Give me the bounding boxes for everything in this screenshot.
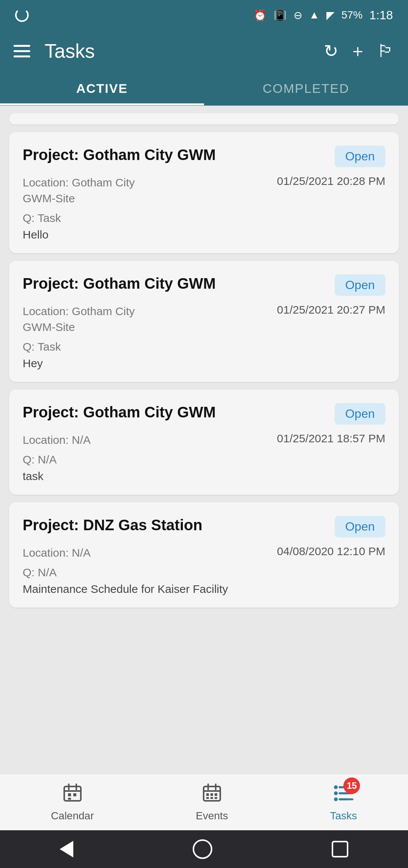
map-button[interactable]: 🏳 xyxy=(377,41,394,61)
tasks-badge: 15 xyxy=(343,777,360,794)
battery-indicator: 57% xyxy=(342,9,363,21)
nav-item-tasks[interactable]: 15 Tasks xyxy=(330,783,357,822)
calendar-icon xyxy=(63,783,82,807)
svg-point-20 xyxy=(334,791,338,795)
status-bar: ⏰ 📳 ⊖ ▲ ◤ 57% 1:18 xyxy=(0,0,408,30)
task-meta: Location: Gotham City GWM-Site 01/25/202… xyxy=(23,175,385,206)
task-queue: Q: Task xyxy=(23,212,385,225)
svg-rect-12 xyxy=(210,793,213,796)
task-date: 04/08/2020 12:10 PM xyxy=(277,545,385,558)
svg-point-23 xyxy=(334,797,338,801)
svg-rect-5 xyxy=(73,793,76,796)
task-description: Hello xyxy=(23,228,385,241)
task-date: 01/25/2021 18:57 PM xyxy=(277,432,385,445)
task-description: Hey xyxy=(23,357,385,370)
task-card[interactable]: Project: DNZ Gas Station Open Location: … xyxy=(9,502,399,608)
svg-rect-14 xyxy=(206,797,209,799)
nav-item-events[interactable]: Events xyxy=(196,783,228,822)
svg-rect-4 xyxy=(68,793,71,796)
svg-rect-0 xyxy=(64,786,81,801)
task-card[interactable]: Project: Gotham City GWM Open Location: … xyxy=(9,132,399,253)
signal-icon xyxy=(15,8,29,22)
tasks-icon: 15 xyxy=(332,783,355,807)
calendar-label: Calendar xyxy=(51,810,94,822)
task-header: Project: Gotham City GWM Open xyxy=(23,403,385,425)
signal-strength-icon: ◤ xyxy=(326,9,335,22)
app-title: Tasks xyxy=(45,40,313,62)
nav-item-calendar[interactable]: Calendar xyxy=(51,783,94,822)
task-title: Project: Gotham City GWM xyxy=(23,274,327,292)
recents-button[interactable] xyxy=(332,841,348,857)
task-card[interactable]: Project: Gotham City GWM Open Location: … xyxy=(9,389,399,495)
tasks-label: Tasks xyxy=(330,810,357,822)
tasks-list: Project: Gotham City GWM Open Location: … xyxy=(0,106,408,774)
tab-completed[interactable]: COMPLETED xyxy=(204,72,408,105)
status-time: 1:18 xyxy=(369,8,393,22)
open-badge[interactable]: Open xyxy=(335,403,385,425)
task-date: 01/25/2021 20:28 PM xyxy=(277,175,385,188)
events-icon xyxy=(202,783,222,807)
task-location: Location: N/A xyxy=(23,545,91,561)
task-header: Project: DNZ Gas Station Open xyxy=(23,516,385,537)
alarm-icon: ⏰ xyxy=(253,9,267,22)
task-location: Location: Gotham City GWM-Site xyxy=(23,303,144,335)
task-meta: Location: Gotham City GWM-Site 01/25/202… xyxy=(23,303,385,335)
open-badge[interactable]: Open xyxy=(335,274,385,296)
status-right: ⏰ 📳 ⊖ ▲ ◤ 57% 1:18 xyxy=(253,8,393,22)
task-header: Project: Gotham City GWM Open xyxy=(23,274,385,296)
task-location: Location: N/A xyxy=(23,432,91,448)
bottom-nav: Calendar Events xyxy=(0,774,408,830)
refresh-button[interactable]: ↻ xyxy=(324,41,338,61)
back-button[interactable] xyxy=(60,841,73,857)
task-title: Project: DNZ Gas Station xyxy=(23,516,327,534)
task-meta: Location: N/A 04/08/2020 12:10 PM xyxy=(23,545,385,561)
task-location: Location: Gotham City GWM-Site xyxy=(23,175,144,206)
system-nav xyxy=(0,830,408,868)
wifi-icon: ▲ xyxy=(309,9,320,21)
menu-button[interactable] xyxy=(14,45,30,57)
task-queue: Q: N/A xyxy=(23,566,385,579)
task-title: Project: Gotham City GWM xyxy=(23,146,327,164)
task-queue: Q: Task xyxy=(23,340,385,353)
events-label: Events xyxy=(196,810,228,822)
task-card[interactable]: Project: Gotham City GWM Open Location: … xyxy=(9,261,399,382)
dnd-icon: ⊖ xyxy=(294,9,302,22)
task-date: 01/25/2021 20:27 PM xyxy=(277,303,385,316)
svg-point-17 xyxy=(334,785,338,789)
partial-card xyxy=(9,113,399,125)
svg-rect-6 xyxy=(68,798,71,800)
svg-rect-13 xyxy=(215,793,217,796)
home-button[interactable] xyxy=(193,839,212,859)
svg-rect-15 xyxy=(210,797,213,799)
svg-rect-11 xyxy=(206,793,209,796)
svg-rect-16 xyxy=(215,797,217,799)
task-description: Maintenance Schedule for Kaiser Facility xyxy=(23,583,385,596)
add-button[interactable]: ＋ xyxy=(349,39,366,63)
vibrate-icon: 📳 xyxy=(274,9,287,22)
task-meta: Location: N/A 01/25/2021 18:57 PM xyxy=(23,432,385,448)
tab-bar: ACTIVE COMPLETED xyxy=(0,72,408,106)
open-badge[interactable]: Open xyxy=(335,516,385,537)
app-bar: Tasks ↻ ＋ 🏳 xyxy=(0,30,408,72)
task-title: Project: Gotham City GWM xyxy=(23,403,327,421)
task-queue: Q: N/A xyxy=(23,453,385,466)
tab-active[interactable]: ACTIVE xyxy=(0,72,204,105)
open-badge[interactable]: Open xyxy=(335,146,385,167)
task-description: task xyxy=(23,470,385,483)
status-left xyxy=(15,8,29,22)
task-header: Project: Gotham City GWM Open xyxy=(23,146,385,167)
